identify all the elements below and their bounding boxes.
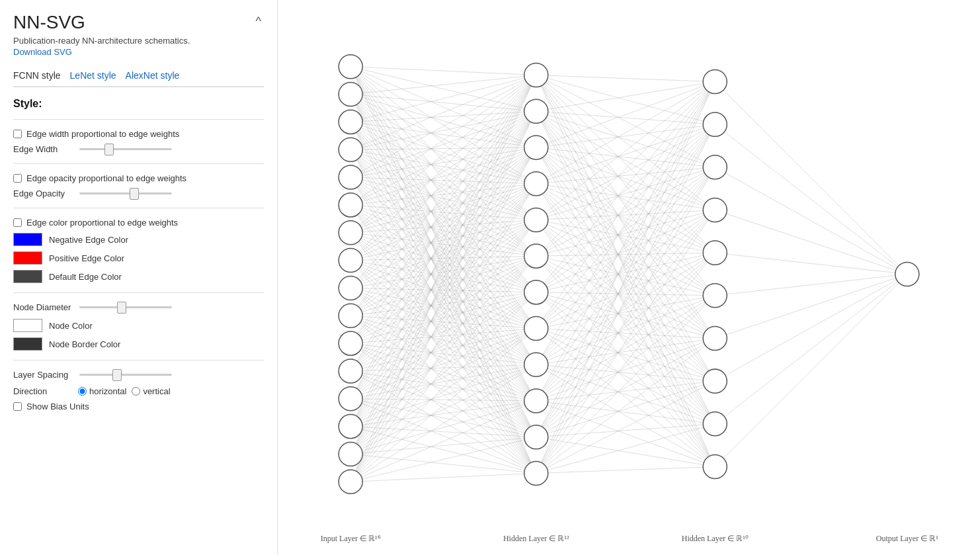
svg-line-292 bbox=[536, 81, 715, 437]
download-svg-link[interactable]: Download SVG bbox=[13, 47, 264, 57]
positive-edge-color-row: Positive Edge Color bbox=[13, 251, 264, 265]
divider-5 bbox=[13, 360, 264, 361]
svg-line-211 bbox=[536, 111, 715, 466]
edge-opacity-row: Edge Opacity bbox=[13, 189, 264, 198]
svg-line-262 bbox=[536, 81, 715, 328]
direction-row: Direction horizontal vertical bbox=[13, 386, 264, 396]
svg-line-193 bbox=[536, 75, 715, 125]
svg-point-330 bbox=[339, 276, 362, 300]
show-bias-label: Show Bias Units bbox=[26, 402, 89, 411]
edge-color-proportional-row: Edge color proportional to edge weights bbox=[13, 218, 264, 228]
svg-line-308 bbox=[536, 338, 715, 473]
tab-alexnet[interactable]: AlexNet style bbox=[126, 65, 189, 87]
direction-vertical-radio[interactable] bbox=[132, 387, 140, 396]
default-edge-color-swatch[interactable] bbox=[13, 270, 42, 283]
svg-text:Input Layer ∈ ℝ¹⁶: Input Layer ∈ ℝ¹⁶ bbox=[321, 534, 381, 543]
nn-canvas: Input Layer ∈ ℝ¹⁶Hidden Layer ∈ ℝ¹²Hidde… bbox=[278, 0, 980, 555]
svg-line-191 bbox=[350, 473, 536, 482]
layer-spacing-row: Layer Spacing bbox=[13, 370, 264, 380]
svg-point-352 bbox=[703, 155, 727, 179]
svg-line-177 bbox=[350, 401, 536, 454]
svg-line-312 bbox=[715, 81, 907, 274]
edge-width-slider[interactable] bbox=[79, 148, 172, 150]
edge-width-proportional-row: Edge width proportional to edge weights bbox=[13, 129, 264, 139]
svg-line-12 bbox=[350, 75, 536, 95]
svg-point-353 bbox=[703, 198, 727, 222]
svg-line-209 bbox=[536, 111, 715, 381]
node-color-label: Node Color bbox=[49, 321, 93, 331]
collapse-button[interactable]: ^ bbox=[253, 12, 264, 31]
nn-diagram: Input Layer ∈ ℝ¹⁶Hidden Layer ∈ ℝ¹²Hidde… bbox=[278, 0, 980, 555]
svg-line-255 bbox=[536, 210, 715, 292]
node-color-row: Node Color bbox=[13, 319, 264, 332]
tab-lenet[interactable]: LeNet style bbox=[70, 65, 126, 87]
layer-spacing-slider[interactable] bbox=[79, 374, 172, 376]
direction-horizontal-option: horizontal bbox=[78, 386, 126, 396]
svg-line-241 bbox=[536, 220, 715, 466]
edge-opacity-proportional-label: Edge opacity proportional to edge weight… bbox=[26, 173, 186, 183]
edge-group bbox=[350, 67, 907, 482]
svg-point-329 bbox=[339, 249, 362, 273]
svg-line-106 bbox=[350, 288, 536, 437]
negative-edge-color-swatch[interactable] bbox=[13, 233, 42, 246]
svg-point-335 bbox=[339, 415, 362, 439]
positive-edge-color-swatch[interactable] bbox=[13, 251, 42, 265]
node-border-color-label: Node Border Color bbox=[49, 339, 120, 349]
svg-line-187 bbox=[350, 329, 536, 482]
divider-3 bbox=[13, 208, 264, 208]
svg-line-4 bbox=[350, 67, 536, 220]
node-color-swatch[interactable] bbox=[13, 319, 42, 332]
svg-point-327 bbox=[339, 193, 362, 217]
svg-line-168 bbox=[350, 75, 536, 454]
edge-width-row: Edge Width bbox=[13, 144, 264, 154]
svg-point-348 bbox=[524, 425, 548, 449]
svg-line-202 bbox=[536, 81, 715, 111]
svg-line-246 bbox=[536, 253, 715, 256]
svg-line-315 bbox=[715, 210, 907, 274]
tab-fcnn[interactable]: FCNN style bbox=[13, 65, 70, 87]
svg-point-337 bbox=[339, 470, 362, 493]
node-diameter-slider[interactable] bbox=[79, 306, 172, 308]
svg-line-287 bbox=[536, 296, 715, 401]
svg-line-317 bbox=[715, 274, 907, 295]
svg-line-85 bbox=[350, 111, 536, 260]
svg-point-340 bbox=[524, 136, 548, 159]
svg-point-325 bbox=[339, 138, 362, 161]
node-diameter-label: Node Diameter bbox=[13, 302, 73, 312]
svg-point-354 bbox=[703, 241, 727, 265]
direction-horizontal-radio[interactable] bbox=[78, 387, 87, 396]
svg-line-318 bbox=[715, 274, 907, 338]
svg-point-322 bbox=[339, 55, 362, 79]
svg-point-328 bbox=[339, 221, 362, 245]
edge-width-proportional-label: Edge width proportional to edge weights bbox=[26, 129, 179, 139]
svg-line-314 bbox=[715, 167, 907, 275]
svg-point-351 bbox=[703, 112, 727, 136]
svg-point-336 bbox=[339, 442, 362, 466]
app-title: NN-SVG bbox=[13, 12, 85, 33]
svg-point-356 bbox=[703, 326, 727, 350]
style-section: Style: Edge width proportional to edge w… bbox=[13, 98, 264, 411]
edge-opacity-proportional-checkbox[interactable] bbox=[13, 174, 22, 183]
edge-opacity-proportional-row: Edge opacity proportional to edge weight… bbox=[13, 173, 264, 183]
default-edge-color-label: Default Edge Color bbox=[49, 272, 122, 282]
edge-width-proportional-checkbox[interactable] bbox=[13, 130, 22, 138]
svg-point-339 bbox=[524, 99, 548, 123]
svg-line-234 bbox=[536, 167, 715, 220]
svg-point-346 bbox=[524, 353, 548, 376]
show-bias-checkbox[interactable] bbox=[13, 402, 22, 411]
svg-point-338 bbox=[524, 64, 548, 87]
app-description: Publication-ready NN-architecture schema… bbox=[13, 36, 264, 46]
node-border-color-swatch[interactable] bbox=[13, 337, 42, 351]
direction-vertical-option: vertical bbox=[132, 386, 170, 396]
direction-vertical-label: vertical bbox=[143, 386, 170, 396]
svg-line-201 bbox=[536, 75, 715, 467]
svg-point-355 bbox=[703, 284, 727, 308]
edge-color-proportional-checkbox[interactable] bbox=[13, 218, 22, 227]
svg-line-22 bbox=[350, 95, 536, 437]
svg-line-271 bbox=[536, 329, 715, 467]
svg-point-350 bbox=[703, 69, 727, 93]
edge-opacity-slider[interactable] bbox=[79, 192, 172, 194]
svg-line-190 bbox=[350, 437, 536, 482]
svg-point-332 bbox=[339, 331, 362, 355]
svg-point-358 bbox=[703, 412, 727, 436]
